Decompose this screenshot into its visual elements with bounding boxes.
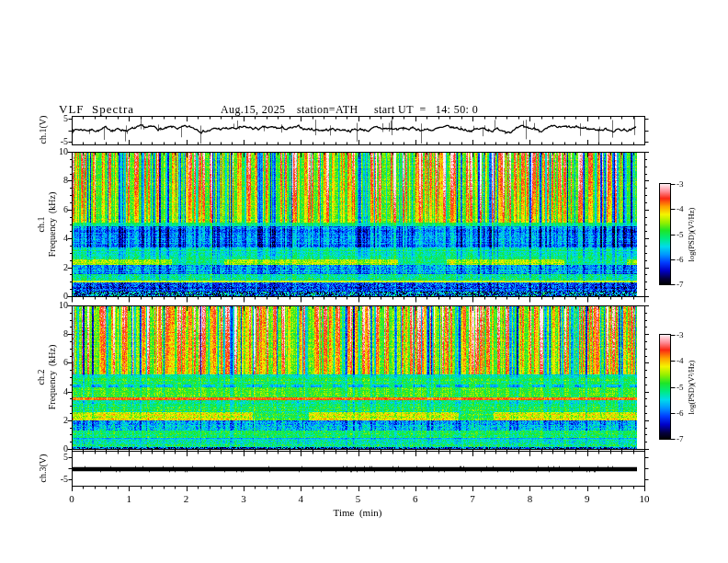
colorbar2-tick-label: -4: [677, 357, 684, 365]
x-tick-label: 3: [241, 494, 246, 504]
x-tick-label: 9: [585, 494, 590, 504]
colorbar2-tick-label: -3: [677, 331, 684, 339]
spec2-y-tick-label: 6: [63, 358, 68, 367]
spec2-y-tick-label: 4: [63, 387, 68, 396]
x-tick-label: 8: [528, 494, 533, 504]
colorbar1-tick-label: -5: [677, 230, 684, 238]
ch2-spectrogram-channel-label: ch.2: [37, 370, 46, 385]
x-tick-label: 7: [470, 494, 475, 504]
spec1-y-tick-label: 2: [63, 263, 68, 272]
ch2-spectrogram-frequency-label: Frequency (kHz): [48, 345, 57, 410]
x-tick-label: 6: [413, 494, 418, 504]
spec1-y-tick-label: 8: [63, 176, 68, 185]
x-tick-label: 1: [127, 494, 132, 504]
ch1-wave-y-tick-label: 5: [63, 114, 68, 123]
spec2-y-tick-label: 2: [63, 416, 68, 425]
colorbar2-tick-label: -6: [677, 408, 684, 417]
header-station: station=ATH: [297, 104, 358, 115]
colorbar2-axis-label: log(PSD)(V²/Hz): [688, 361, 696, 415]
ch1-spectrogram-channel-label: ch.1: [37, 217, 46, 233]
spec2-y-tick-label: 10: [59, 301, 68, 310]
ch1-waveform-ylabel: ch.1(V): [39, 116, 48, 144]
ch3-waveform-ylabel: ch.3(V): [39, 454, 48, 483]
header-start-ut: start UT = 14: 50: 0: [374, 104, 478, 115]
ch3-y-tick-label: -5: [61, 475, 68, 484]
ch3-y-tick-label: 5: [63, 453, 68, 462]
x-tick-label: 0: [69, 494, 74, 504]
colorbar1-tick-label: -4: [677, 205, 684, 213]
plot-canvas: [0, 0, 728, 563]
x-tick-label: 10: [640, 494, 650, 504]
ch1-wave-y-tick-label: -5: [61, 137, 68, 146]
colorbar1-tick-label: -3: [677, 180, 684, 189]
spec1-y-tick-label: 4: [63, 234, 68, 243]
colorbar1-tick-label: -6: [677, 255, 684, 263]
colorbar2-tick-label: -5: [677, 383, 684, 391]
colorbar1-tick-label: -7: [677, 281, 684, 289]
spec2-y-tick-label: 8: [63, 329, 68, 339]
spec1-y-tick-label: 10: [59, 147, 68, 156]
ch1-spectrogram-frequency-label: Frequency (kHz): [48, 192, 57, 258]
x-tick-label: 5: [356, 494, 361, 504]
page-title: VLF Spectra: [59, 103, 134, 115]
colorbar2-tick-label: -7: [677, 435, 684, 443]
colorbar1-axis-label: log(PSD)(V²/Hz): [688, 208, 696, 262]
x-tick-label: 4: [298, 494, 303, 504]
time-axis-label: Time (min): [334, 508, 382, 518]
header-date: Aug.15, 2025: [221, 104, 285, 115]
spec1-y-tick-label: 6: [63, 205, 68, 214]
x-tick-label: 2: [184, 494, 189, 504]
vlf-spectra-figure: VLF Spectra Aug.15, 2025 station=ATH sta…: [0, 0, 728, 563]
